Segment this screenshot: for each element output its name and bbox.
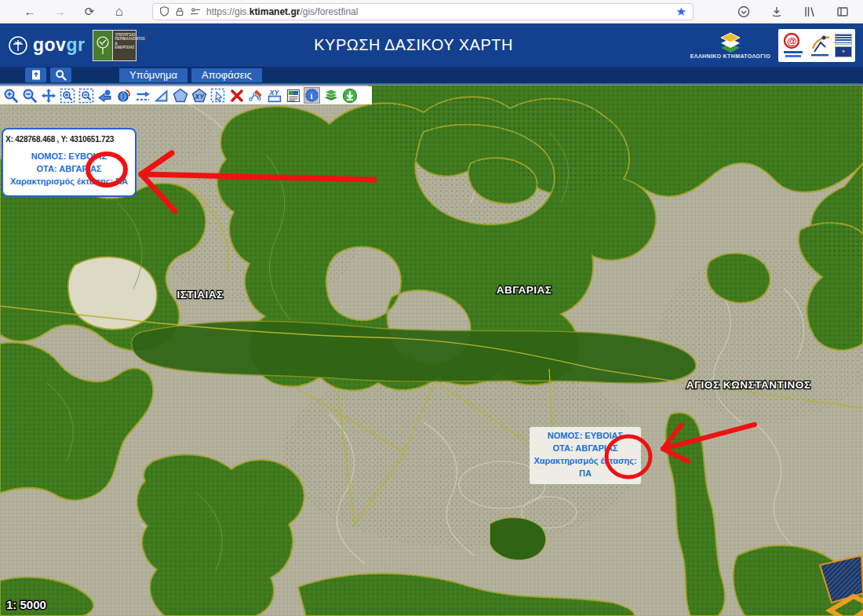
- secondary-toolbar: Υπόμνημα Αποφάσεις: [0, 67, 863, 85]
- espa-runner-logo: [808, 31, 832, 60]
- greek-flag-icon: [835, 34, 852, 45]
- library-icon[interactable]: [803, 5, 816, 18]
- label-characterization: Χαρακτηρισμός έκτασης: ΠΑ: [533, 455, 637, 480]
- label-ota: ΟΤΑ: ΑΒΓΑΡΙΑΣ: [533, 443, 637, 455]
- polygon-coordinates-icon[interactable]: XY: [191, 87, 207, 104]
- decisions-button[interactable]: Αποφάσεις: [191, 68, 262, 82]
- bookmark-star-icon[interactable]: ★: [676, 5, 686, 19]
- document-icon: [31, 69, 42, 81]
- enter-coordinates-icon[interactable]: XY: [266, 87, 282, 104]
- popup-value: ΠΑ: [115, 177, 128, 186]
- legend-button[interactable]: Υπόμνημα: [119, 68, 188, 82]
- svg-text:i: i: [311, 92, 313, 100]
- page-title: ΚΥΡΩΣΗ ΔΑΣΙΚΟΥ ΧΑΡΤΗ: [137, 36, 690, 54]
- zoom-in-icon[interactable]: [2, 87, 19, 104]
- map-label-avgarias: ΑΒΓΑΡΙΑΣ: [497, 284, 552, 296]
- map-toolbar: XY XY i: [0, 86, 372, 104]
- ministry-tree-icon: [93, 30, 113, 61]
- popup-coordinates: X: 428768.468 , Y: 4310651.723: [5, 135, 133, 144]
- map-info-label: ΝΟΜΟΣ: ΕΥΒΟΙΑΣ ΟΤΑ: ΑΒΓΑΡΙΑΣ Χαρακτηρισμ…: [530, 427, 641, 484]
- draw-polygon-icon[interactable]: [172, 87, 188, 104]
- scale-indicator: 1: 5000: [6, 598, 46, 611]
- map-canvas[interactable]: ΙΣΤΙΑΙΑΣ ΑΒΓΑΡΙΑΣ ΑΓΙΟΣ ΚΩΝΣΤΑΝΤΙΝΟΣ 1: …: [0, 85, 863, 616]
- measure-distance-icon[interactable]: [134, 87, 151, 104]
- lock-icon: [175, 7, 184, 16]
- popup-characterization: Χαρακτηρισμός έκτασης: ΠΑ: [5, 176, 133, 188]
- zoom-out-icon[interactable]: [21, 87, 38, 104]
- search-button[interactable]: [50, 67, 71, 82]
- eu-funding-logos: @: [778, 29, 855, 62]
- greek-emblem-icon: [8, 35, 28, 56]
- identify-icon[interactable]: i: [304, 87, 320, 104]
- layers-icon[interactable]: [322, 87, 339, 104]
- pocket-icon[interactable]: [737, 5, 750, 18]
- zoom-out-box-icon[interactable]: [78, 87, 94, 104]
- full-extent-icon[interactable]: [115, 87, 132, 104]
- flags: [835, 34, 852, 57]
- popup-nomos: ΝΟΜΟΣ: ΕΥΒΟΙΑΣ: [5, 151, 133, 163]
- back-icon[interactable]: ←: [22, 4, 38, 20]
- permissions-icon: [190, 7, 201, 16]
- identify-popup: X: 428768.468 , Y: 4310651.723 ΝΟΜΟΣ: ΕΥ…: [2, 128, 137, 197]
- pan-icon[interactable]: [40, 87, 56, 104]
- home-icon[interactable]: ⌂: [111, 4, 127, 20]
- previous-extent-icon[interactable]: [96, 87, 113, 104]
- label-value: ΠΑ: [579, 468, 592, 478]
- url-text: https://gis.ktimanet.gr/gis/forestfinal: [206, 6, 671, 17]
- popup-ota: ΟΤΑ: ΑΒΓΑΡΙΑΣ: [5, 163, 133, 176]
- svg-text:XY: XY: [194, 92, 205, 100]
- ministry-logo: ΥΠΟΥΡΓΕΙΟ ΠΕΡΙΒΑΛΛΟΝΤΟΣ & ΕΝΕΡΓΕΙΑΣ: [93, 30, 137, 61]
- browser-toolbar: ← → ⟳ ⌂ https://gis.ktimanet.gr/gis/fore…: [0, 0, 863, 24]
- label-nomos: ΝΟΜΟΣ: ΕΥΒΟΙΑΣ: [533, 430, 637, 443]
- print-icon[interactable]: [285, 87, 301, 104]
- svg-text:@: @: [787, 35, 797, 47]
- svg-text:XY: XY: [268, 88, 279, 96]
- url-bar[interactable]: https://gis.ktimanet.gr/gis/forestfinal …: [152, 3, 694, 20]
- ktimatologio-diamond-icon: [715, 32, 746, 53]
- select-icon[interactable]: [209, 87, 226, 104]
- map-label-istiaias: ΙΣΤΙΑΙΑΣ: [177, 289, 223, 301]
- shield-icon: [159, 6, 169, 16]
- digital-convergence-logo: @: [781, 31, 805, 60]
- map-label-agios-konstantinos: ΑΓΙΟΣ ΚΩΝΣΤΑΝΤΙΝΟΣ: [686, 379, 810, 391]
- delete-icon[interactable]: [228, 87, 245, 104]
- app-header: govgr ΥΠΟΥΡΓΕΙΟ ΠΕΡΙΒΑΛΛΟΝΤΟΣ & ΕΝΕΡΓΕΙΑ…: [0, 24, 863, 67]
- measure-area-icon[interactable]: [153, 87, 169, 104]
- govgr-logo: govgr: [8, 35, 85, 56]
- eu-flag-icon: [835, 46, 852, 57]
- ministry-text: ΥΠΟΥΡΓΕΙΟ ΠΕΡΙΒΑΛΛΟΝΤΟΣ & ΕΝΕΡΓΕΙΑΣ: [113, 30, 137, 61]
- zoom-in-box-icon[interactable]: [59, 87, 75, 104]
- download-icon[interactable]: [770, 5, 783, 18]
- search-icon: [55, 69, 67, 81]
- forward-icon[interactable]: →: [52, 4, 67, 20]
- export-button[interactable]: [25, 67, 46, 82]
- reload-icon[interactable]: ⟳: [82, 4, 97, 20]
- edit-vertices-icon[interactable]: [247, 87, 264, 104]
- sidebar-icon[interactable]: [836, 5, 849, 18]
- download-layer-icon[interactable]: [341, 87, 358, 104]
- ktimatologio-logo: ΕΛΛΗΝΙΚΟ ΚΤΗΜΑΤΟΛΟΓΙΟ: [690, 32, 770, 59]
